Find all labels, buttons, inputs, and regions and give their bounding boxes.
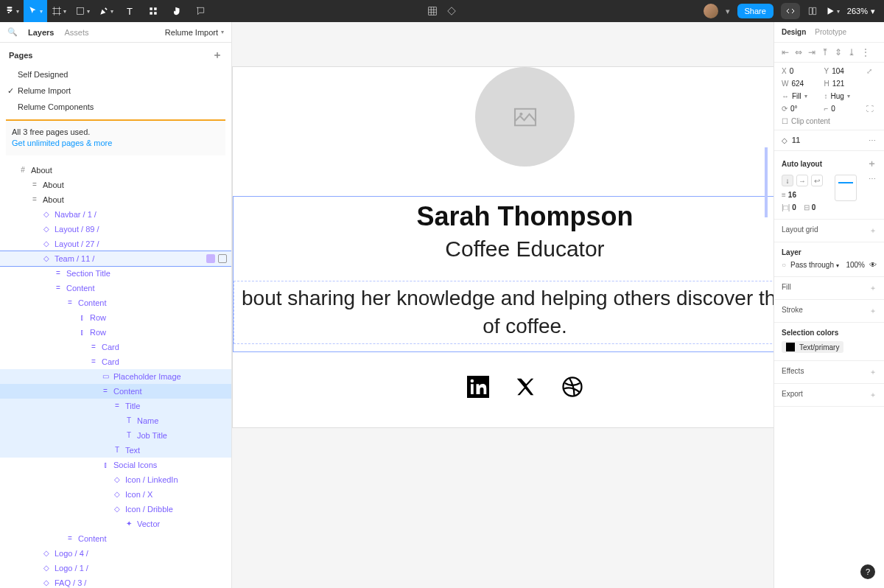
w-input[interactable]: W624 xyxy=(782,80,824,88)
search-icon[interactable]: 🔍 xyxy=(7,27,18,37)
zoom-control[interactable]: 263%▾ xyxy=(847,7,875,16)
layer-row[interactable]: =Title xyxy=(0,399,231,413)
filename-dropdown[interactable]: Relume Import▾ xyxy=(165,28,224,37)
fill-add-button[interactable]: ＋ xyxy=(869,283,877,293)
job-title[interactable]: Coffee Educator xyxy=(234,237,774,262)
layer-row[interactable]: =Content xyxy=(0,531,231,546)
user-avatar[interactable] xyxy=(704,4,718,18)
frame-tool-button[interactable]: ▾ xyxy=(47,0,71,22)
tab-design[interactable]: Design xyxy=(782,28,806,36)
blend-mode-dropdown[interactable]: Pass through ▾ xyxy=(790,261,839,269)
dir-vertical-icon[interactable]: ↓ xyxy=(782,175,793,186)
vsize-dropdown[interactable]: ↕ Hug ▾ xyxy=(824,92,867,100)
placeholder-image[interactable] xyxy=(475,67,575,167)
autolayout-options-button[interactable]: ⋯ xyxy=(869,175,877,183)
lock-icon[interactable] xyxy=(206,254,215,263)
layer-row[interactable]: =Content xyxy=(0,384,231,399)
help-button[interactable]: ? xyxy=(860,564,875,579)
layer-row[interactable]: =About xyxy=(0,178,231,192)
layer-row[interactable]: =Card xyxy=(0,354,231,369)
tab-layers[interactable]: Layers xyxy=(28,28,54,37)
align-left-icon[interactable]: ⇤ xyxy=(782,47,789,57)
hand-tool-button[interactable] xyxy=(165,0,189,22)
clip-content-checkbox[interactable]: ☐ Clip content xyxy=(782,117,877,125)
reset-button[interactable] xyxy=(446,0,457,22)
padv-input[interactable]: ⊟ 0 xyxy=(804,203,816,211)
pen-tool-button[interactable]: ▾ xyxy=(94,0,118,22)
radius-detail-icon[interactable]: ⛶ xyxy=(866,105,877,113)
layer-row[interactable]: ◇Layout / 27 / xyxy=(0,237,231,251)
radius-input[interactable]: ⌐ 0 xyxy=(824,105,867,113)
fill-section[interactable]: Fill＋ xyxy=(774,277,884,300)
layer-row[interactable]: TName xyxy=(0,413,231,428)
layer-row[interactable]: ◇Layout / 89 / xyxy=(0,222,231,237)
layer-row[interactable]: ⫿Row xyxy=(0,310,231,325)
hsize-dropdown[interactable]: ↔ Fill ▾ xyxy=(782,92,824,100)
layer-row[interactable]: =Content xyxy=(0,295,231,310)
alignment-controls[interactable]: ⇤ ⇔ ⇥ ⤒ ⇕ ⤓ ⋮ xyxy=(774,43,884,63)
layer-row[interactable]: ◇FAQ / 3 / xyxy=(0,575,231,588)
stroke-section[interactable]: Stroke＋ xyxy=(774,300,884,323)
dir-wrap-icon[interactable]: ↩ xyxy=(811,175,823,186)
layer-row[interactable]: ◇Icon / Dribble xyxy=(0,502,231,517)
distribute-icon[interactable]: ⋮ xyxy=(861,47,870,57)
linkedin-icon[interactable] xyxy=(467,376,489,398)
x-input[interactable]: X0 xyxy=(782,67,824,75)
direction-controls[interactable]: ↓→↩ xyxy=(782,175,823,186)
opacity-input[interactable]: 100% xyxy=(846,261,865,269)
layer-row[interactable]: ◇Logo / 4 / xyxy=(0,546,231,561)
export-add-button[interactable]: ＋ xyxy=(869,390,877,400)
align-vcenter-icon[interactable]: ⇕ xyxy=(835,47,842,57)
tab-prototype[interactable]: Prototype xyxy=(815,28,846,36)
layer-row[interactable]: ◇Navbar / 1 / xyxy=(0,207,231,222)
share-button[interactable]: Share xyxy=(737,4,774,18)
layer-row[interactable]: TJob Title xyxy=(0,428,231,443)
page-item[interactable]: Relume Import xyxy=(0,83,231,99)
resources-button[interactable] xyxy=(141,0,165,22)
layer-row[interactable]: ▭Placeholder Image xyxy=(0,369,231,384)
page-item[interactable]: Self Designed xyxy=(0,66,231,83)
align-hcenter-icon[interactable]: ⇔ xyxy=(795,47,802,57)
library-button[interactable] xyxy=(807,0,818,22)
layer-row[interactable]: ◇Icon / X xyxy=(0,487,231,502)
layer-tree[interactable]: #About=About=About◇Navbar / 1 /◇Layout /… xyxy=(0,163,231,588)
effects-section[interactable]: Effects＋ xyxy=(774,361,884,384)
autolayout-add-button[interactable]: ＋ xyxy=(867,157,877,170)
dribbble-icon[interactable] xyxy=(561,376,583,398)
visibility-icon[interactable] xyxy=(218,254,227,263)
layer-row[interactable]: ⫿Social Icons xyxy=(0,458,231,472)
tab-assets[interactable]: Assets xyxy=(64,28,88,37)
present-button[interactable]: ▾ xyxy=(825,0,840,22)
dir-horizontal-icon[interactable]: → xyxy=(796,175,808,186)
rotation-input[interactable]: ⟳ 0° xyxy=(782,105,824,113)
export-section[interactable]: Export＋ xyxy=(774,384,884,407)
ruler-button[interactable] xyxy=(427,0,438,22)
text-tool-button[interactable]: T xyxy=(118,0,141,22)
layer-row[interactable]: ✦Vector xyxy=(0,517,231,531)
layer-row[interactable]: =Card xyxy=(0,340,231,354)
upgrade-link[interactable]: Get unlimited pages & more xyxy=(12,139,112,147)
layer-row[interactable]: #About xyxy=(0,163,231,178)
devmode-button[interactable] xyxy=(781,3,800,19)
layer-row[interactable]: ◇Logo / 1 / xyxy=(0,561,231,575)
layer-row[interactable]: TText xyxy=(0,443,231,458)
align-right-icon[interactable]: ⇥ xyxy=(808,47,815,57)
comment-tool-button[interactable] xyxy=(189,0,212,22)
instance-options-button[interactable]: ⋯ xyxy=(869,136,877,144)
layout-grid-section[interactable]: Layout grid＋ xyxy=(774,220,884,242)
canvas[interactable]: Sarah Thompson Coffee Educator bout shar… xyxy=(232,22,774,588)
layer-row[interactable]: =About xyxy=(0,192,231,207)
padh-input[interactable]: |□| 0 xyxy=(782,203,796,211)
align-top-icon[interactable]: ⤒ xyxy=(821,47,829,57)
y-input[interactable]: Y104 xyxy=(824,67,867,75)
layer-row[interactable]: ⫿Row xyxy=(0,325,231,340)
layer-row[interactable]: =Section Title xyxy=(0,266,231,281)
bio-line1[interactable]: bout sharing her knowledge and helping o… xyxy=(234,284,774,312)
instance-section[interactable]: ◇11 ⋯ xyxy=(774,130,884,151)
gap-input[interactable]: ≡ 16 xyxy=(782,191,796,199)
align-bottom-icon[interactable]: ⤓ xyxy=(848,47,855,57)
effects-add-button[interactable]: ＋ xyxy=(869,367,877,377)
color-style-pill[interactable]: Text/primary xyxy=(782,341,843,353)
layer-row[interactable]: =Content xyxy=(0,281,231,295)
figma-menu-button[interactable]: ▾ xyxy=(0,0,24,22)
